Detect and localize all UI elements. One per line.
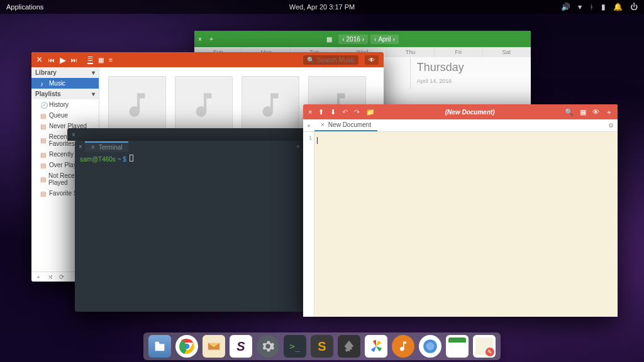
terminal-window-behind[interactable]: ×	[67, 128, 305, 141]
add-playlist-icon[interactable]: ＋	[35, 273, 42, 282]
editor-textarea[interactable]	[314, 132, 618, 317]
album-tile[interactable]	[175, 76, 233, 134]
repeat-icon[interactable]: ⟳	[59, 273, 64, 280]
close-icon[interactable]: ×	[198, 36, 202, 43]
selected-day-date: April 14, 2016	[417, 78, 452, 84]
eye-icon[interactable]: 👁	[592, 108, 599, 116]
music-note-icon: ♪	[40, 80, 47, 87]
playlist-icon: ▤	[40, 162, 47, 168]
day-header: Fri	[435, 47, 482, 57]
playlist-icon: ▤	[40, 137, 47, 143]
tab-close-icon[interactable]: ×	[321, 121, 325, 128]
close-icon[interactable]: ×	[67, 129, 80, 140]
close-icon[interactable]: ×	[36, 54, 42, 65]
play-icon[interactable]: ▶	[60, 55, 66, 65]
line-gutter: 1	[303, 132, 314, 317]
power-icon[interactable]: ⏻	[630, 3, 638, 11]
album-tile[interactable]	[242, 76, 299, 134]
tab-close-icon[interactable]: ×	[91, 144, 95, 151]
editor-title: (New Document)	[375, 109, 565, 116]
selected-day-title: Thursday	[417, 61, 525, 74]
editor-window: × ⬆ ⬇ ↶ ↷ 📁 (New Document) 🔍 ▦ 👁 ＋ ＋ × N…	[303, 104, 618, 317]
save-as-icon[interactable]: ▦	[580, 108, 586, 116]
new-tab-button[interactable]: ＋	[303, 119, 314, 131]
dock-app-editor[interactable]: ✎	[473, 335, 496, 358]
notification-icon[interactable]: 🔔	[613, 3, 623, 11]
shuffle-icon[interactable]: ⤭	[48, 273, 53, 280]
dock-app-web[interactable]	[419, 335, 441, 358]
dock-app-inkscape[interactable]	[338, 335, 360, 358]
dock-app-files[interactable]	[148, 335, 171, 358]
dock-app-settings[interactable]	[257, 335, 279, 358]
search-input[interactable]	[317, 57, 355, 63]
terminal-body[interactable]: sam@T460s ~ $	[75, 152, 305, 165]
dock-app-terminal[interactable]: >_	[284, 335, 306, 358]
folder-icon[interactable]: 📁	[366, 108, 375, 116]
history-icon: 🕘	[40, 102, 47, 108]
bluetooth-icon[interactable]: ᚼ	[589, 3, 594, 11]
queue-icon: ▤	[40, 112, 47, 119]
year-selector[interactable]: ‹ 2016 ›	[338, 35, 368, 44]
tab-label: New Document	[328, 121, 371, 128]
volume-icon[interactable]: 🔊	[561, 3, 570, 11]
close-icon[interactable]: ×	[308, 108, 312, 116]
dock-app-mail[interactable]	[203, 335, 225, 358]
prev-icon[interactable]: ⏮	[48, 57, 55, 63]
calendar-sidebar: Thursday April 14, 2016	[410, 57, 531, 89]
next-icon[interactable]: ⏭	[71, 57, 77, 63]
playback-controls: ⏮ ▶ ⏭	[48, 55, 77, 65]
dock-app-calendar[interactable]	[446, 335, 469, 358]
view-controls: ☰ ▦ ≡	[87, 55, 113, 64]
eye-icon[interactable]: 👁	[365, 55, 379, 65]
terminal-prompt: sam@T460s ~ $	[80, 156, 128, 163]
playlist-icon: ▤	[40, 190, 47, 197]
top-panel: Applications Wed, Apr 20 3:17 PM 🔊 ▾ ᚼ ▮…	[0, 0, 644, 14]
terminal-window: × × Terminal ＋ sam@T460s ~ $	[75, 141, 305, 312]
calendar-today-icon[interactable]: ▦	[326, 36, 332, 43]
search-icon: 🔍	[307, 57, 314, 63]
add-event-icon[interactable]: ＋	[208, 35, 214, 43]
sidebar-item-queue[interactable]: ▤Queue	[31, 110, 99, 121]
network-icon[interactable]: ▾	[578, 3, 582, 11]
panel-datetime[interactable]: Wed, Apr 20 3:17 PM	[289, 3, 355, 11]
chevron-down-icon: ▾	[92, 69, 95, 76]
sidebar-item-music[interactable]: ♪Music	[31, 78, 99, 89]
playlist-icon: ▤	[40, 151, 47, 158]
month-selector[interactable]: ‹ April ›	[370, 35, 399, 44]
dock-app-slack[interactable]: S	[230, 335, 252, 358]
close-icon[interactable]: ×	[79, 143, 82, 150]
new-tab-icon[interactable]: ＋	[295, 142, 301, 151]
gear-icon[interactable]: ⚙	[604, 119, 618, 131]
music-header: × ⏮ ▶ ⏭ ☰ ▦ ≡ 🔍 👁	[31, 52, 384, 67]
playlist-icon: ▤	[40, 123, 47, 129]
editor-header: × ⬆ ⬇ ↶ ↷ 📁 (New Document) 🔍 ▦ 👁 ＋	[303, 104, 618, 119]
text-cursor	[317, 137, 318, 144]
redo-icon[interactable]: ↷	[354, 108, 360, 116]
dock-app-music[interactable]	[392, 335, 414, 358]
list-view-icon[interactable]: ☰	[87, 55, 93, 64]
calendar-header: × ＋ ▦ ‹ 2016 › ‹ April ›	[194, 31, 531, 47]
search-field[interactable]: 🔍	[303, 55, 358, 65]
save-icon[interactable]: ⬇	[330, 108, 336, 116]
album-tile[interactable]	[108, 76, 166, 134]
dock-app-photos[interactable]	[365, 335, 387, 358]
battery-icon[interactable]: ▮	[601, 3, 606, 11]
library-section[interactable]: Library▾	[31, 67, 99, 78]
column-view-icon[interactable]: ≡	[109, 57, 113, 63]
open-icon[interactable]: ⬆	[318, 108, 324, 116]
editor-tabs: ＋ × New Document ⚙	[303, 119, 618, 132]
tab-title: Terminal	[99, 144, 123, 151]
dock: S >_ S ✎	[143, 332, 501, 360]
menu-icon[interactable]: ＋	[606, 107, 613, 117]
sidebar-item-history[interactable]: 🕘History	[31, 99, 99, 110]
search-icon[interactable]: 🔍	[565, 108, 574, 116]
undo-icon[interactable]: ↶	[342, 108, 348, 116]
terminal-tab[interactable]: × Terminal	[85, 141, 129, 152]
editor-tab[interactable]: × New Document	[314, 119, 377, 131]
applications-menu[interactable]: Applications	[6, 3, 43, 11]
dock-app-chrome[interactable]	[175, 335, 198, 358]
terminal-cursor	[130, 155, 133, 162]
dock-app-sublime[interactable]: S	[311, 335, 333, 358]
playlists-section[interactable]: Playlists▾	[31, 89, 99, 99]
grid-view-icon[interactable]: ▦	[98, 57, 104, 63]
